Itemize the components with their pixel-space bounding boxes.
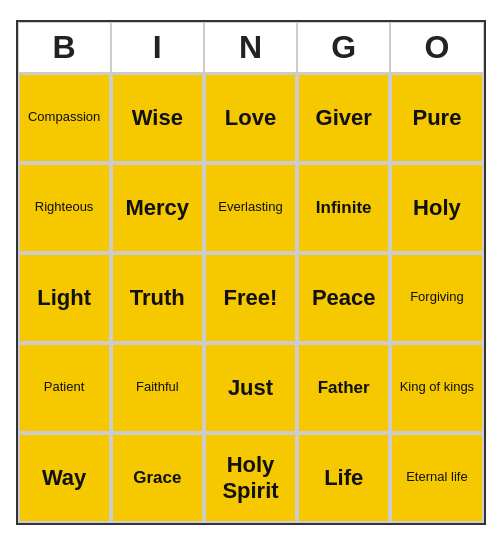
cell-text: Just xyxy=(228,375,273,400)
bingo-cell-3-1: Faithful xyxy=(111,343,204,433)
bingo-row-2: LightTruthFree!PeaceForgiving xyxy=(18,253,484,343)
bingo-row-1: RighteousMercyEverlastingInfiniteHoly xyxy=(18,163,484,253)
cell-text: King of kings xyxy=(400,380,474,395)
bingo-grid: CompassionWiseLoveGiverPureRighteousMerc… xyxy=(18,73,484,523)
cell-text: Love xyxy=(225,105,276,130)
header-letter-n: N xyxy=(204,22,297,73)
cell-text: Peace xyxy=(312,285,376,310)
cell-text: Infinite xyxy=(316,198,372,218)
bingo-cell-4-1: Grace xyxy=(111,433,204,523)
bingo-cell-2-0: Light xyxy=(18,253,111,343)
header-letter-b: B xyxy=(18,22,111,73)
bingo-cell-1-4: Holy xyxy=(390,163,483,253)
cell-text: Truth xyxy=(130,285,185,310)
bingo-cell-3-4: King of kings xyxy=(390,343,483,433)
cell-text: Holy xyxy=(413,195,461,220)
bingo-cell-1-0: Righteous xyxy=(18,163,111,253)
cell-text: Giver xyxy=(316,105,372,130)
cell-text: Holy Spirit xyxy=(210,452,291,503)
bingo-cell-0-3: Giver xyxy=(297,73,390,163)
bingo-row-4: WayGraceHoly SpiritLifeEternal life xyxy=(18,433,484,523)
bingo-cell-2-2: Free! xyxy=(204,253,297,343)
cell-text: Wise xyxy=(132,105,183,130)
bingo-cell-0-1: Wise xyxy=(111,73,204,163)
cell-text: Forgiving xyxy=(410,290,463,305)
cell-text: Patient xyxy=(44,380,84,395)
bingo-header: BINGO xyxy=(18,22,484,73)
bingo-cell-0-2: Love xyxy=(204,73,297,163)
bingo-cell-1-1: Mercy xyxy=(111,163,204,253)
bingo-cell-2-1: Truth xyxy=(111,253,204,343)
cell-text: Life xyxy=(324,465,363,490)
cell-text: Free! xyxy=(224,285,278,310)
bingo-cell-0-4: Pure xyxy=(390,73,483,163)
header-letter-i: I xyxy=(111,22,204,73)
header-letter-o: O xyxy=(390,22,483,73)
cell-text: Grace xyxy=(133,468,181,488)
bingo-cell-0-0: Compassion xyxy=(18,73,111,163)
bingo-cell-3-0: Patient xyxy=(18,343,111,433)
bingo-cell-4-0: Way xyxy=(18,433,111,523)
header-letter-g: G xyxy=(297,22,390,73)
cell-text: Way xyxy=(42,465,86,490)
cell-text: Faithful xyxy=(136,380,179,395)
cell-text: Light xyxy=(37,285,91,310)
cell-text: Everlasting xyxy=(218,200,282,215)
bingo-cell-4-4: Eternal life xyxy=(390,433,483,523)
bingo-card: BINGO CompassionWiseLoveGiverPureRighteo… xyxy=(16,20,486,525)
bingo-cell-4-3: Life xyxy=(297,433,390,523)
bingo-cell-3-3: Father xyxy=(297,343,390,433)
bingo-row-0: CompassionWiseLoveGiverPure xyxy=(18,73,484,163)
cell-text: Righteous xyxy=(35,200,94,215)
cell-text: Compassion xyxy=(28,110,100,125)
cell-text: Father xyxy=(318,378,370,398)
bingo-cell-1-2: Everlasting xyxy=(204,163,297,253)
cell-text: Mercy xyxy=(126,195,190,220)
bingo-cell-3-2: Just xyxy=(204,343,297,433)
bingo-cell-2-3: Peace xyxy=(297,253,390,343)
bingo-cell-1-3: Infinite xyxy=(297,163,390,253)
bingo-cell-2-4: Forgiving xyxy=(390,253,483,343)
cell-text: Eternal life xyxy=(406,470,467,485)
bingo-cell-4-2: Holy Spirit xyxy=(204,433,297,523)
cell-text: Pure xyxy=(412,105,461,130)
bingo-row-3: PatientFaithfulJustFatherKing of kings xyxy=(18,343,484,433)
